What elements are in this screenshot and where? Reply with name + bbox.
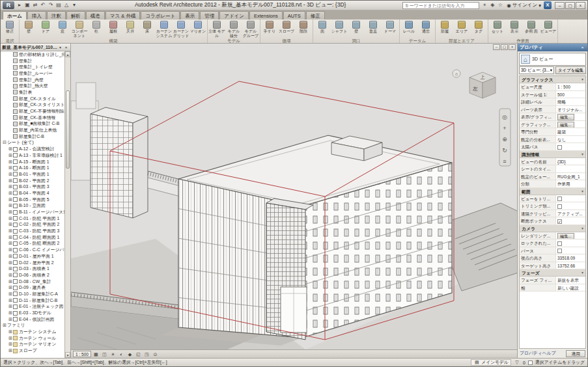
properties-help-link[interactable]: プロパティヘルプ [520, 350, 556, 357]
tree-item[interactable]: ⊞C-06 - C-C イメージパー... [1, 247, 64, 253]
property-value[interactable]: オリジナル... [556, 106, 585, 113]
tree-item[interactable]: ⊞D-10 - 部屋集計C-A [1, 291, 64, 297]
workplane-show-button[interactable]: 表示 [506, 20, 523, 38]
tree-item[interactable]: ⊞C-05 - 防犯 断面図 2 [1, 241, 64, 247]
expand-icon[interactable]: ⊞ [8, 153, 13, 158]
checkbox[interactable] [557, 145, 562, 150]
shadows-icon[interactable]: ◐ [118, 351, 125, 357]
property-section-header[interactable]: フェーズ▾ [520, 269, 585, 277]
expand-icon[interactable]: ⊞ [8, 159, 13, 165]
shaft-opening-button[interactable]: シャフト [331, 20, 348, 38]
ribbon-tab-Extensions[interactable]: Extensions [249, 11, 283, 20]
vertical-opening-button[interactable]: 垂直 [365, 20, 382, 38]
scroll-up-icon[interactable]: ▲ [65, 51, 70, 57]
type-selector[interactable]: ⌂ 3D ビュー [519, 53, 586, 66]
property-value[interactable]: 新しい建設 [556, 284, 585, 292]
property-value[interactable]: RUG全周_1 [556, 173, 585, 180]
favorites-icon[interactable]: ☆ [496, 1, 504, 9]
tree-item[interactable]: 壁集計_トイレ壁 [1, 64, 64, 70]
tree-item[interactable]: 集計表 [1, 89, 64, 96]
mullion-button[interactable]: マリオン [189, 20, 206, 38]
tree-item[interactable]: 部屋_CK-不要情報削除 [1, 108, 64, 115]
tree-item[interactable]: ⊞D-08 - CW_集計 [1, 279, 64, 285]
tree-item[interactable]: ⊞カーテン システム [1, 329, 64, 335]
edit-type-button[interactable]: タイプを編集 [555, 66, 586, 74]
checkbox[interactable]: ✓ [557, 219, 562, 224]
property-value[interactable]: {3D} [556, 158, 585, 165]
expand-icon[interactable]: ⊞ [8, 317, 13, 322]
save-icon[interactable]: ▣ [23, 1, 31, 9]
scale-button[interactable]: 1 : 500 [73, 351, 91, 357]
expand-icon[interactable]: ⊞ [8, 146, 13, 152]
minimize-view-button[interactable]: – [493, 44, 500, 50]
expand-icon[interactable]: ⊞ [8, 260, 13, 265]
room-button[interactable]: 部屋 [436, 20, 453, 38]
expand-icon[interactable]: ⊞ [8, 235, 13, 240]
tree-item[interactable]: ⊞D-11 - 部屋集計C-B [1, 297, 64, 304]
column-button[interactable]: 柱 [88, 20, 105, 38]
ribbon-tab-AUTS[interactable]: AUTS [283, 11, 305, 20]
model-group-button[interactable]: モデル グループ [242, 20, 259, 38]
communication-center-icon[interactable]: ◈ [488, 1, 496, 9]
tree-item[interactable]: 壁集計 [1, 58, 64, 64]
edit-button[interactable]: 編集... [557, 114, 574, 120]
tree-item[interactable]: ⊞A-15 - 断面図 1 [1, 159, 64, 165]
property-value[interactable]: 1 : 500 [556, 83, 585, 90]
tree-item[interactable]: ⊞D-03 - 面積表 1 [1, 265, 64, 272]
property-value[interactable] [556, 202, 585, 210]
railing-button[interactable]: 手すり [261, 20, 278, 38]
ribbon-tab-構造[interactable]: 構造 [86, 11, 105, 20]
expand-icon[interactable]: ⊞ [8, 298, 13, 303]
tree-item[interactable]: ⊞カーテン ウォール [1, 335, 64, 342]
tree-item[interactable]: 壁集計_内壁 [1, 77, 64, 83]
stairs-button[interactable]: 階段 [295, 20, 312, 38]
measure-icon[interactable]: △ [63, 1, 70, 9]
unlocked-3d-view-icon[interactable]: ⊙ [152, 351, 159, 357]
property-value[interactable] [556, 165, 585, 172]
ribbon-tab-アドイン[interactable]: アドイン [219, 11, 249, 20]
detail-level-icon[interactable]: ▦ [92, 351, 100, 357]
sun-path-icon[interactable]: ☀ [109, 351, 117, 357]
tree-item[interactable]: ⊞カーテン マリオン [1, 342, 64, 348]
collapse-icon[interactable]: ⊟ [2, 140, 7, 145]
checkbox[interactable] [557, 249, 562, 253]
expand-icon[interactable]: ⊞ [8, 197, 13, 202]
tree-item[interactable]: ⊞D-06 - 面積表 2 [1, 272, 64, 279]
close-view-button[interactable]: × [509, 44, 516, 50]
tree-item[interactable]: ⊞B-05 - 平面図 5 [1, 197, 64, 203]
tree-item[interactable]: ⊞B-04 - 平面図 4 [1, 190, 64, 197]
maximize-button[interactable]: ▢ [565, 2, 575, 9]
tree-item[interactable]: ⊞B-02 - 平面図 2 [1, 178, 64, 184]
expand-icon[interactable]: ⊞ [8, 222, 13, 227]
modify-button[interactable]: 修正 [1, 20, 18, 38]
ribbon-tab-解析[interactable]: 解析 [66, 11, 85, 20]
tree-item[interactable]: ⊞C-03 - 防犯 平面図 3 [1, 228, 64, 234]
restore-view-button[interactable]: ▢ [501, 44, 508, 50]
model-text-button[interactable]: 立体 モデル [208, 20, 225, 38]
expand-icon[interactable]: ⊞ [2, 323, 7, 328]
home-icon[interactable]: ⌂ [455, 72, 458, 76]
property-value[interactable] [556, 247, 585, 254]
workset-selector[interactable]: ▤ メインモデル [471, 359, 511, 366]
tree-item[interactable]: ⊞A-16 - 断面図 1 [1, 165, 64, 171]
pan-icon[interactable]: + [503, 125, 506, 131]
curtain-system-button[interactable]: カーテン システム [156, 20, 173, 38]
ribbon-tab-注釈[interactable]: 注釈 [47, 11, 66, 20]
property-value[interactable] [556, 143, 585, 150]
floor-button[interactable]: 床 [139, 20, 156, 38]
opening-by-face-button[interactable]: 面 [314, 20, 331, 38]
expand-icon[interactable]: ⊞ [8, 348, 13, 353]
ribbon-tab-管理[interactable]: 管理 [200, 11, 219, 20]
expand-icon[interactable]: ⊞ [8, 184, 13, 189]
tree-item[interactable]: ⊞A-13 - 非常導線検討 1 [1, 152, 64, 159]
checkbox[interactable] [557, 197, 562, 201]
tree-item[interactable]: ⊞C-01 - 防犯 平面図 1 [1, 215, 64, 222]
property-value[interactable]: ✓ [556, 217, 585, 224]
property-value[interactable]: 作業用 [556, 180, 585, 187]
steering-wheel-icon[interactable]: ◎ [502, 114, 507, 120]
door-button[interactable]: ドア [37, 20, 54, 38]
ribbon-tab-表示[interactable]: 表示 [180, 11, 199, 20]
workplane-set-button[interactable]: セット [489, 20, 506, 38]
drag-selection-checkbox[interactable] [528, 360, 533, 365]
ribbon-tab-ホーム[interactable]: ホーム [3, 11, 27, 20]
